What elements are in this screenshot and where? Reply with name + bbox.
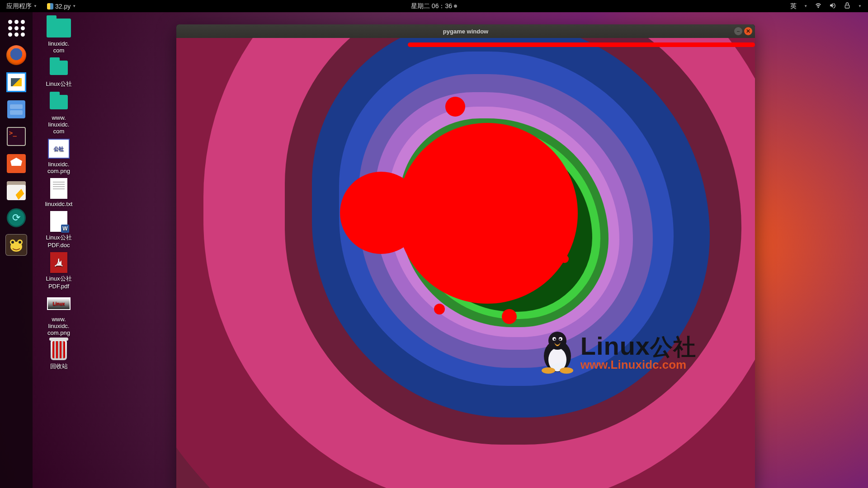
desktop-pdf-linux公社-pdf[interactable]: 人Linux公社 PDF.pdf	[36, 251, 81, 291]
doc-file-icon	[50, 211, 67, 232]
svg-point-11	[554, 338, 556, 340]
svg-rect-0	[845, 5, 849, 8]
mandelbrot-minibulb	[434, 304, 445, 314]
text-file-icon	[50, 178, 67, 199]
ime-indicator[interactable]: 英	[790, 2, 797, 10]
text-editor-icon	[7, 181, 26, 200]
desktop-text-linuxidc-txt[interactable]: linuxidc.txt	[36, 177, 81, 208]
watermark-url: www.Linuxidc.com	[580, 358, 696, 372]
desktop-doc-linux公社-pdf-doc[interactable]: Linux公社 PDF.doc	[36, 210, 81, 249]
pygame-window[interactable]: pygame window – ✕	[176, 24, 755, 488]
window-title: pygame window	[443, 28, 488, 35]
datetime-text: 星期二 06：36	[411, 2, 452, 10]
svg-point-12	[559, 338, 561, 340]
folder-icon	[47, 19, 71, 38]
chevron-down-icon: ▼	[33, 4, 37, 8]
pygame-canvas: Linux公社 www.Linuxidc.com	[176, 38, 755, 488]
tux-penguin-icon	[537, 329, 578, 374]
icon-label: linuxidc. com	[37, 40, 80, 54]
svg-point-5	[19, 241, 21, 244]
terminal-icon	[7, 127, 26, 146]
dock-software[interactable]	[4, 151, 28, 176]
applications-menu-label: 应用程序	[6, 2, 32, 10]
trash-icon	[51, 340, 67, 360]
folder-icon	[50, 95, 68, 109]
dock-launcher: ⟳	[0, 12, 33, 488]
svg-point-13	[542, 367, 555, 374]
lock-icon[interactable]	[844, 2, 851, 10]
icon-label: Linux公社 PDF.doc	[37, 234, 80, 249]
watermark-brand: Linux	[580, 332, 650, 360]
screenshot-icon	[6, 72, 26, 92]
svg-point-4	[11, 241, 14, 244]
mandelbrot-minibulb	[561, 255, 569, 263]
svg-point-8	[548, 332, 566, 350]
pygame-frog-icon	[5, 234, 27, 256]
volume-icon[interactable]	[829, 2, 836, 10]
active-task-label: 32.py	[55, 3, 71, 10]
desktop-image-www-linuxidc-com-png[interactable]: Linuxwww. linuxidc. com.png	[36, 292, 81, 337]
mandelbrot-main-cardioid	[397, 123, 578, 304]
notification-dot-icon	[454, 5, 457, 8]
desktop-folder-linuxidc-com[interactable]: linuxidc. com	[36, 17, 81, 55]
dock-terminal[interactable]	[4, 124, 28, 149]
svg-point-14	[560, 367, 573, 374]
software-center-icon	[7, 154, 26, 173]
chevron-down-icon: ▼	[858, 4, 862, 8]
window-minimize-button[interactable]: –	[734, 27, 742, 35]
clock-menu[interactable]: 星期二 06：36	[411, 2, 457, 10]
desktop-trash[interactable]: 回收站	[36, 339, 81, 371]
icon-label: www. linuxidc. com.png	[37, 316, 80, 336]
desktop[interactable]: linuxidc. com Linux公社 www. linuxidc. com…	[33, 12, 868, 488]
desktop-folder-linux公社[interactable]: Linux公社	[36, 56, 81, 89]
image-file-icon: Linux	[47, 297, 71, 310]
python-icon	[47, 3, 53, 9]
dock-running-python[interactable]	[4, 233, 28, 257]
applications-menu[interactable]: 应用程序 ▼	[4, 0, 40, 12]
desktop-icon-grid: linuxidc. com Linux公社 www. linuxidc. com…	[36, 17, 86, 371]
mandelbrot-minibulb	[445, 97, 465, 117]
dock-updater[interactable]: ⟳	[4, 206, 28, 230]
apps-grid-icon	[8, 20, 25, 37]
network-wifi-icon[interactable]	[815, 2, 822, 10]
gnome-top-bar: 应用程序 ▼ 32.py ▼ 星期二 06：36 英 ▼ ▼	[0, 0, 868, 12]
window-titlebar[interactable]: pygame window – ✕	[176, 24, 755, 38]
image-file-icon: 公社	[48, 139, 70, 159]
dock-files[interactable]	[4, 97, 28, 122]
desktop-folder-www-linuxidc-com[interactable]: www. linuxidc. com	[36, 91, 81, 136]
icon-label: www. linuxidc. com	[37, 114, 80, 135]
dock-screenshot[interactable]	[4, 70, 28, 94]
watermark-brand-cn: 公社	[650, 334, 696, 360]
mandelbrot-period2-bulb	[340, 172, 422, 254]
chevron-down-icon: ▼	[804, 4, 807, 8]
pdf-file-icon: 人	[50, 252, 67, 273]
active-task-menu[interactable]: 32.py ▼	[44, 1, 79, 12]
mandelbrot-minibulb	[502, 309, 517, 324]
show-applications-button[interactable]	[4, 16, 28, 40]
chevron-down-icon: ▼	[72, 4, 76, 8]
icon-label: Linux公社 PDF.pdf	[37, 275, 80, 290]
file-manager-icon	[7, 100, 25, 118]
icon-label: linuxidc. com.png	[37, 161, 80, 174]
icon-label: 回收站	[37, 362, 80, 371]
dock-firefox[interactable]	[4, 43, 28, 67]
window-close-button[interactable]: ✕	[744, 27, 752, 35]
desktop-image-linuxidc-com-png[interactable]: 公社linuxidc. com.png	[36, 137, 81, 175]
dock-text-editor[interactable]	[4, 178, 28, 203]
icon-label: Linux公社	[37, 80, 80, 88]
firefox-icon	[6, 45, 26, 65]
folder-icon	[50, 61, 68, 75]
icon-label: linuxidc.txt	[37, 201, 80, 207]
update-icon: ⟳	[7, 208, 26, 227]
watermark: Linux公社 www.Linuxidc.com	[537, 329, 696, 374]
